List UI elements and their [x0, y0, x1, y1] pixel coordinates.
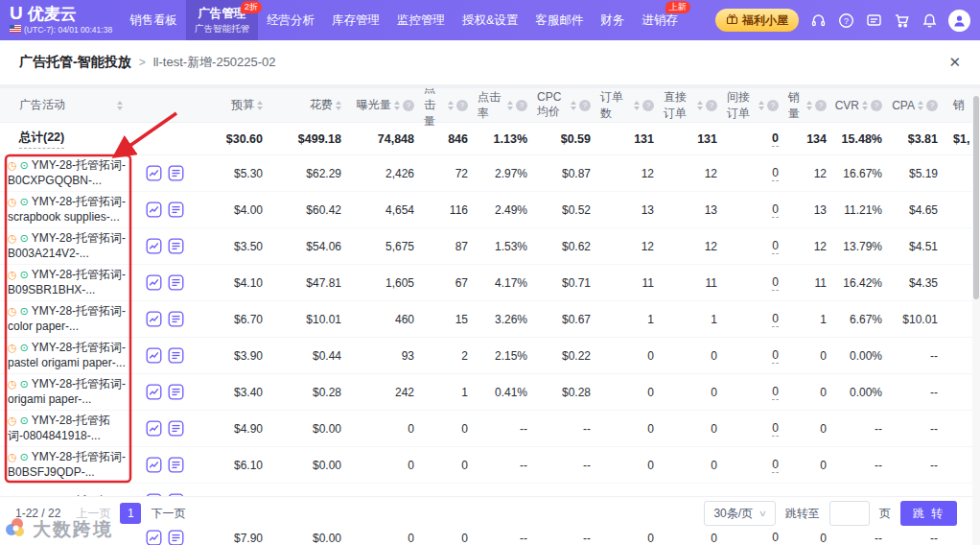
bell-icon[interactable] [921, 12, 938, 29]
chart-action-icon[interactable] [146, 201, 162, 218]
column-label: 预算 [231, 97, 254, 113]
info-icon[interactable]: ? [579, 100, 591, 111]
chart-action-icon[interactable] [146, 347, 162, 364]
prev-page-button[interactable]: 上一页 [76, 506, 110, 522]
log-action-icon[interactable] [168, 347, 184, 364]
info-icon[interactable]: ? [767, 100, 779, 111]
message-icon[interactable] [865, 12, 882, 29]
chart-action-icon[interactable] [146, 384, 162, 400]
campaign-name-line2[interactable]: B0BSFJ9QDP-... [8, 465, 142, 480]
sort-icon[interactable] [758, 101, 764, 110]
nav-item-2[interactable]: 经营分析 [258, 0, 323, 40]
nav-item-7[interactable]: 财务 [592, 0, 633, 40]
chart-action-icon[interactable] [146, 311, 162, 327]
campaign-name[interactable]: YMY-28-托管拓词- [32, 341, 126, 355]
info-icon[interactable]: ? [815, 100, 827, 111]
info-icon[interactable]: ? [871, 100, 882, 111]
cell-value: 0 [772, 275, 779, 291]
campaign-name[interactable]: YMY-28-托管拓词- [32, 268, 126, 282]
info-icon[interactable]: ? [926, 100, 938, 111]
campaign-name-line2[interactable]: color paper-... [8, 320, 142, 334]
column-label: CPC均价 [537, 90, 568, 120]
row-value: 0 [664, 374, 727, 410]
info-icon[interactable]: ? [516, 100, 527, 111]
log-action-icon[interactable] [168, 457, 184, 473]
sort-icon[interactable] [918, 101, 923, 110]
campaign-name-line1: ◷⊙YMY-28-托管拓词- [8, 195, 142, 209]
log-action-icon[interactable] [168, 165, 184, 181]
chart-action-icon[interactable] [146, 530, 162, 545]
info-icon[interactable]: ? [456, 100, 468, 111]
campaign-name[interactable]: YMY-28-托管拓词- [32, 304, 126, 319]
chart-action-icon[interactable] [146, 165, 162, 181]
row-value: 2.15% [478, 338, 537, 373]
cell-value: 11 [706, 276, 717, 290]
nav-item-8[interactable]: 进销存上新 [633, 0, 687, 40]
campaign-name-line2[interactable]: pastel origami paper-... [8, 356, 142, 370]
info-icon[interactable]: ? [642, 100, 654, 111]
scrollbar-thumb[interactable] [973, 96, 979, 299]
sort-icon[interactable] [257, 101, 263, 110]
chart-action-icon[interactable] [146, 274, 162, 291]
jump-page-input[interactable] [829, 501, 870, 526]
nav-item-3[interactable]: 库存管理 [323, 0, 388, 40]
campaign-name-line2[interactable]: 词-0804841918-... [8, 429, 142, 443]
log-action-icon[interactable] [168, 274, 184, 291]
log-action-icon[interactable] [168, 238, 184, 254]
sort-icon[interactable] [448, 101, 454, 110]
page-1-button[interactable]: 1 [120, 503, 141, 524]
total-value: 0 [727, 123, 788, 154]
cell-value: 13 [705, 203, 717, 217]
campaign-name[interactable]: YMY-28-托管拓 [32, 414, 110, 428]
page-size-select[interactable]: 30条/页 ∨ [704, 501, 775, 526]
campaign-name[interactable]: YMY-28-托管拓词- [32, 377, 126, 391]
close-icon[interactable]: ✕ [948, 54, 961, 71]
user-avatar[interactable] [948, 10, 970, 32]
chart-action-icon[interactable] [146, 238, 162, 254]
campaign-name[interactable]: YMY-28-托管拓词- [32, 231, 126, 246]
log-action-icon[interactable] [168, 384, 184, 400]
welfare-button[interactable]: 福利小屋 [715, 9, 799, 32]
help-icon[interactable]: ? [837, 12, 854, 29]
campaign-name-line2[interactable]: B09SBR1BHX-... [8, 283, 142, 297]
chart-action-icon[interactable] [146, 457, 162, 473]
sort-desc-icon [806, 107, 812, 110]
sort-icon[interactable] [394, 101, 400, 110]
column-header-1: 预算 [188, 88, 272, 122]
cart-icon[interactable] [893, 12, 910, 29]
sort-icon[interactable] [697, 101, 703, 110]
log-action-icon[interactable] [168, 201, 184, 218]
sort-icon[interactable] [507, 101, 513, 110]
nav-item-6[interactable]: 客服邮件 [526, 0, 592, 40]
total-label: 总计(22) [19, 130, 64, 149]
chart-action-icon[interactable] [146, 420, 162, 437]
campaign-name-line2[interactable]: scrapbook supplies-... [8, 210, 142, 225]
campaign-name-line2[interactable]: origami paper-... [8, 392, 142, 407]
campaign-name-line2[interactable]: B0CXPGQQBN-... [8, 174, 142, 188]
scrollbar-track[interactable] [972, 88, 980, 545]
sort-icon[interactable] [806, 101, 812, 110]
sort-icon[interactable] [862, 101, 868, 110]
nav-item-0[interactable]: 销售看板 [121, 0, 186, 40]
sort-icon[interactable] [117, 101, 123, 110]
info-icon[interactable]: ? [403, 100, 414, 111]
campaign-name[interactable]: YMY-28-托管拓词- [32, 195, 126, 209]
campaign-name[interactable]: YMY-28-托管拓词- [32, 158, 126, 173]
campaign-name-line2[interactable]: B003A214V2-... [8, 247, 142, 261]
nav-item-5[interactable]: 授权&设置 [454, 0, 526, 40]
jump-button[interactable]: 跳 转 [900, 501, 957, 526]
log-action-icon[interactable] [168, 530, 184, 545]
log-action-icon[interactable] [168, 311, 184, 327]
cell-value: 1 [647, 313, 654, 326]
sort-icon[interactable] [336, 101, 341, 110]
next-page-button[interactable]: 下一页 [151, 506, 185, 522]
log-action-icon[interactable] [168, 420, 184, 437]
campaign-name[interactable]: YMY-28-托管拓词- [32, 450, 126, 464]
headset-icon[interactable] [809, 12, 827, 29]
cell-value: 846 [448, 132, 468, 146]
nav-item-1[interactable]: 广告管理广告智能托管2折 [186, 0, 258, 40]
sort-icon[interactable] [571, 101, 576, 110]
info-icon[interactable]: ? [706, 100, 717, 111]
nav-item-4[interactable]: 监控管理 [388, 0, 454, 40]
sort-icon[interactable] [634, 101, 640, 110]
